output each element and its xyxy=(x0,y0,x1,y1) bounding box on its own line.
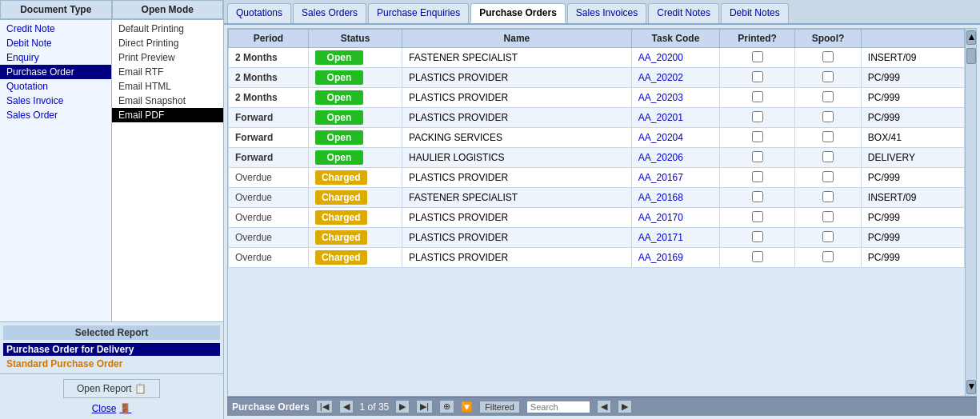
open-mode-default-printing[interactable]: Default Printing xyxy=(112,22,223,36)
open-mode-email-pdf[interactable]: Email PDF xyxy=(112,108,223,122)
cell-ref: PC/999 xyxy=(861,208,964,228)
printed-checkbox[interactable] xyxy=(752,251,763,262)
printed-checkbox[interactable] xyxy=(752,71,763,82)
doc-type-sales-invoice[interactable]: Sales Invoice xyxy=(0,94,111,108)
printed-checkbox[interactable] xyxy=(752,211,763,222)
task-code-link[interactable]: AA_20206 xyxy=(638,152,683,163)
cell-task-code[interactable]: AA_20170 xyxy=(631,208,719,228)
doc-type-quotation[interactable]: Quotation xyxy=(0,79,111,94)
spool-checkbox[interactable] xyxy=(822,91,834,102)
nav-last[interactable]: ▶| xyxy=(416,400,433,413)
cell-printed xyxy=(719,168,794,188)
spool-checkbox[interactable] xyxy=(822,171,834,182)
selected-report-label: Selected Report xyxy=(3,325,220,340)
doc-type-header: Document Type xyxy=(0,0,112,19)
nav-first[interactable]: |◀ xyxy=(316,400,333,413)
doc-type-debit-note[interactable]: Debit Note xyxy=(0,36,111,50)
cell-task-code[interactable]: AA_20167 xyxy=(631,168,719,188)
cell-task-code[interactable]: AA_20171 xyxy=(631,228,719,248)
printed-checkbox[interactable] xyxy=(752,191,763,202)
page-info: 1 of 35 xyxy=(360,401,390,413)
scroll-down-arrow[interactable]: ▼ xyxy=(966,380,976,394)
tab-purchase-enquiries[interactable]: Purchase Enquiries xyxy=(368,3,469,23)
spool-checkbox[interactable] xyxy=(822,231,834,242)
spool-checkbox[interactable] xyxy=(822,111,834,122)
cell-task-code[interactable]: AA_20204 xyxy=(631,128,719,148)
scroll-thumb[interactable] xyxy=(966,48,976,64)
cell-name: PLASTICS PROVIDER xyxy=(402,248,632,268)
task-code-link[interactable]: AA_20169 xyxy=(638,252,683,263)
task-code-link[interactable]: AA_20204 xyxy=(638,132,683,143)
cell-period: 2 Months xyxy=(229,48,309,68)
task-code-link[interactable]: AA_20168 xyxy=(638,192,683,203)
vertical-scrollbar[interactable]: ▲ ▼ xyxy=(965,29,976,396)
doc-type-credit-note[interactable]: Credit Note xyxy=(0,22,111,36)
task-code-link[interactable]: AA_20203 xyxy=(638,92,683,103)
table-row: Forward Open PACKING SERVICES AA_20204 B… xyxy=(229,128,965,148)
spool-checkbox[interactable] xyxy=(822,211,834,222)
open-report-button[interactable]: Open Report 📋 xyxy=(63,379,160,398)
task-code-link[interactable]: AA_20200 xyxy=(638,52,683,63)
tab-quotations[interactable]: Quotations xyxy=(227,3,291,23)
open-mode-email-html[interactable]: Email HTML xyxy=(112,79,223,94)
cell-ref: PC/999 xyxy=(861,248,964,268)
doc-type-sales-order[interactable]: Sales Order xyxy=(0,108,111,122)
printed-checkbox[interactable] xyxy=(752,151,763,162)
printed-checkbox[interactable] xyxy=(752,131,763,142)
nav-extra[interactable]: ⊕ xyxy=(439,400,454,413)
cell-period: Overdue xyxy=(229,228,309,248)
task-code-link[interactable]: AA_20201 xyxy=(638,112,683,123)
cell-spool xyxy=(795,248,862,268)
open-mode-print-preview[interactable]: Print Preview xyxy=(112,50,223,65)
left-lists: Credit Note Debit Note Enquiry Purchase … xyxy=(0,20,223,321)
printed-checkbox[interactable] xyxy=(752,231,763,242)
report-purchase-order-delivery[interactable]: Purchase Order for Delivery xyxy=(3,343,220,356)
printed-checkbox[interactable] xyxy=(752,91,763,102)
doc-type-enquiry[interactable]: Enquiry xyxy=(0,50,111,65)
cell-task-code[interactable]: AA_20206 xyxy=(631,148,719,168)
spool-checkbox[interactable] xyxy=(822,151,834,162)
horiz-scroll-left[interactable]: ◀ xyxy=(597,400,611,413)
cell-printed xyxy=(719,188,794,208)
cell-task-code[interactable]: AA_20203 xyxy=(631,88,719,108)
spool-checkbox[interactable] xyxy=(822,71,834,82)
doc-type-purchase-order[interactable]: Purchase Order xyxy=(0,65,111,79)
spool-checkbox[interactable] xyxy=(822,251,834,262)
nav-prev[interactable]: ◀ xyxy=(339,400,354,413)
tab-purchase-orders[interactable]: Purchase Orders xyxy=(470,3,566,23)
scroll-up-arrow[interactable]: ▲ xyxy=(966,30,976,45)
status-badge-open: Open xyxy=(315,90,363,105)
printed-checkbox[interactable] xyxy=(752,171,763,182)
cell-task-code[interactable]: AA_20201 xyxy=(631,108,719,128)
open-mode-email-rtf[interactable]: Email RTF xyxy=(112,65,223,79)
cell-task-code[interactable]: AA_20200 xyxy=(631,48,719,68)
task-code-link[interactable]: AA_20202 xyxy=(638,72,683,83)
spool-checkbox[interactable] xyxy=(822,51,834,62)
status-badge-open: Open xyxy=(315,150,363,165)
horiz-scroll-right[interactable]: ▶ xyxy=(618,400,632,413)
task-code-link[interactable]: AA_20171 xyxy=(638,232,683,243)
printed-checkbox[interactable] xyxy=(752,51,763,62)
spool-checkbox[interactable] xyxy=(822,191,834,202)
tab-sales-invoices[interactable]: Sales Invoices xyxy=(567,3,646,23)
open-mode-direct-printing[interactable]: Direct Printing xyxy=(112,36,223,50)
tab-debit-notes[interactable]: Debit Notes xyxy=(721,3,789,23)
report-standard-purchase-order[interactable]: Standard Purchase Order xyxy=(3,357,220,370)
nav-next[interactable]: ▶ xyxy=(395,400,410,413)
cell-task-code[interactable]: AA_20169 xyxy=(631,248,719,268)
cell-name: PACKING SERVICES xyxy=(402,128,632,148)
cell-task-code[interactable]: AA_20202 xyxy=(631,68,719,88)
tab-sales-orders[interactable]: Sales Orders xyxy=(293,3,366,23)
spool-checkbox[interactable] xyxy=(822,131,834,142)
task-code-link[interactable]: AA_20167 xyxy=(638,172,683,183)
cell-printed xyxy=(719,108,794,128)
task-code-link[interactable]: AA_20170 xyxy=(638,212,683,223)
cell-task-code[interactable]: AA_20168 xyxy=(631,188,719,208)
filtered-button[interactable]: Filtered xyxy=(479,401,520,413)
search-input[interactable] xyxy=(526,401,590,413)
close-button[interactable]: Close 🚪 xyxy=(92,403,132,414)
open-mode-email-snapshot[interactable]: Email Snapshot xyxy=(112,94,223,108)
tab-credit-notes[interactable]: Credit Notes xyxy=(648,3,719,23)
table-wrapper[interactable]: Period Status Name Task Code Printed? Sp… xyxy=(228,29,965,396)
printed-checkbox[interactable] xyxy=(752,111,763,122)
